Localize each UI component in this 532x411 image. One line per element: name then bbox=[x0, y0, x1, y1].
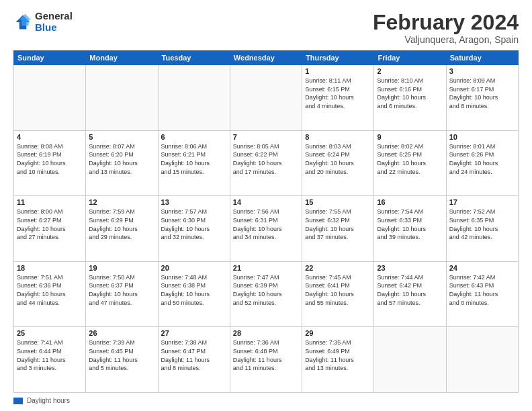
calendar-cell: 27Sunrise: 7:38 AM Sunset: 6:47 PM Dayli… bbox=[158, 327, 230, 393]
logo-general-text: General bbox=[35, 11, 73, 22]
day-info: Sunrise: 7:54 AM Sunset: 6:33 PM Dayligh… bbox=[377, 208, 443, 241]
calendar-header-saturday: Saturday bbox=[446, 51, 518, 65]
calendar-cell bbox=[158, 65, 230, 131]
calendar-week-0: 1Sunrise: 8:11 AM Sunset: 6:15 PM Daylig… bbox=[14, 65, 519, 131]
calendar-cell: 1Sunrise: 8:11 AM Sunset: 6:15 PM Daylig… bbox=[302, 65, 374, 131]
day-info: Sunrise: 7:38 AM Sunset: 6:47 PM Dayligh… bbox=[161, 338, 227, 372]
calendar-cell: 6Sunrise: 8:06 AM Sunset: 6:21 PM Daylig… bbox=[158, 130, 230, 196]
day-info: Sunrise: 8:09 AM Sunset: 6:17 PM Dayligh… bbox=[449, 77, 515, 110]
day-info: Sunrise: 7:47 AM Sunset: 6:39 PM Dayligh… bbox=[233, 273, 299, 307]
day-info: Sunrise: 7:50 AM Sunset: 6:37 PM Dayligh… bbox=[89, 273, 154, 307]
day-info: Sunrise: 8:08 AM Sunset: 6:19 PM Dayligh… bbox=[17, 142, 83, 176]
day-number: 8 bbox=[305, 133, 371, 141]
calendar-week-1: 4Sunrise: 8:08 AM Sunset: 6:19 PM Daylig… bbox=[14, 130, 519, 196]
logo-text: General Blue bbox=[35, 11, 73, 33]
day-number: 10 bbox=[449, 133, 515, 141]
day-number: 29 bbox=[305, 329, 371, 337]
day-number: 5 bbox=[89, 133, 154, 141]
day-number: 20 bbox=[161, 264, 227, 272]
day-number: 14 bbox=[233, 198, 299, 206]
day-info: Sunrise: 7:42 AM Sunset: 6:43 PM Dayligh… bbox=[449, 273, 515, 307]
calendar-cell: 4Sunrise: 8:08 AM Sunset: 6:19 PM Daylig… bbox=[14, 130, 86, 196]
calendar-week-2: 11Sunrise: 8:00 AM Sunset: 6:27 PM Dayli… bbox=[14, 196, 519, 262]
day-number: 26 bbox=[89, 329, 154, 337]
day-number: 2 bbox=[377, 67, 443, 75]
calendar-cell: 3Sunrise: 8:09 AM Sunset: 6:17 PM Daylig… bbox=[446, 65, 518, 131]
day-info: Sunrise: 7:59 AM Sunset: 6:29 PM Dayligh… bbox=[89, 208, 154, 241]
day-number: 28 bbox=[233, 329, 299, 337]
calendar-cell: 14Sunrise: 7:56 AM Sunset: 6:31 PM Dayli… bbox=[230, 196, 302, 262]
day-info: Sunrise: 7:48 AM Sunset: 6:38 PM Dayligh… bbox=[161, 273, 227, 307]
day-number: 27 bbox=[161, 329, 227, 337]
day-info: Sunrise: 8:00 AM Sunset: 6:27 PM Dayligh… bbox=[17, 208, 83, 241]
day-number: 15 bbox=[305, 198, 371, 206]
day-number: 25 bbox=[17, 329, 83, 337]
calendar-header-row: SundayMondayTuesdayWednesdayThursdayFrid… bbox=[14, 51, 519, 65]
calendar-cell: 5Sunrise: 8:07 AM Sunset: 6:20 PM Daylig… bbox=[86, 130, 158, 196]
calendar-cell: 15Sunrise: 7:55 AM Sunset: 6:32 PM Dayli… bbox=[302, 196, 374, 262]
day-number: 17 bbox=[449, 198, 515, 206]
calendar-week-3: 18Sunrise: 7:51 AM Sunset: 6:36 PM Dayli… bbox=[14, 261, 519, 327]
calendar-cell: 9Sunrise: 8:02 AM Sunset: 6:25 PM Daylig… bbox=[374, 130, 446, 196]
calendar-header-monday: Monday bbox=[86, 51, 158, 65]
calendar-cell: 23Sunrise: 7:44 AM Sunset: 6:42 PM Dayli… bbox=[374, 261, 446, 327]
day-number: 11 bbox=[17, 198, 83, 206]
calendar-cell: 26Sunrise: 7:39 AM Sunset: 6:45 PM Dayli… bbox=[86, 327, 158, 393]
day-number: 22 bbox=[305, 264, 371, 272]
calendar-cell: 18Sunrise: 7:51 AM Sunset: 6:36 PM Dayli… bbox=[14, 261, 86, 327]
calendar-cell bbox=[86, 65, 158, 131]
calendar-header-thursday: Thursday bbox=[302, 51, 374, 65]
day-number: 19 bbox=[89, 264, 154, 272]
day-number: 16 bbox=[377, 198, 443, 206]
day-info: Sunrise: 7:44 AM Sunset: 6:42 PM Dayligh… bbox=[377, 273, 443, 307]
page: General Blue February 2024 Valjunquera, … bbox=[0, 0, 532, 411]
calendar-cell: 8Sunrise: 8:03 AM Sunset: 6:24 PM Daylig… bbox=[302, 130, 374, 196]
title-block: February 2024 Valjunquera, Aragon, Spain bbox=[373, 11, 519, 45]
day-number: 7 bbox=[233, 133, 299, 141]
calendar-table: SundayMondayTuesdayWednesdayThursdayFrid… bbox=[13, 50, 519, 393]
day-number: 21 bbox=[233, 264, 299, 272]
day-info: Sunrise: 8:07 AM Sunset: 6:20 PM Dayligh… bbox=[89, 142, 154, 176]
day-info: Sunrise: 8:05 AM Sunset: 6:22 PM Dayligh… bbox=[233, 142, 299, 176]
day-info: Sunrise: 7:51 AM Sunset: 6:36 PM Dayligh… bbox=[17, 273, 83, 307]
day-info: Sunrise: 8:01 AM Sunset: 6:26 PM Dayligh… bbox=[449, 142, 515, 176]
calendar-cell: 19Sunrise: 7:50 AM Sunset: 6:37 PM Dayli… bbox=[86, 261, 158, 327]
header: General Blue February 2024 Valjunquera, … bbox=[13, 11, 519, 45]
day-number: 3 bbox=[449, 67, 515, 75]
day-number: 9 bbox=[377, 133, 443, 141]
calendar-cell bbox=[14, 65, 86, 131]
day-info: Sunrise: 7:39 AM Sunset: 6:45 PM Dayligh… bbox=[89, 338, 154, 372]
day-info: Sunrise: 8:06 AM Sunset: 6:21 PM Dayligh… bbox=[161, 142, 227, 176]
calendar-cell: 29Sunrise: 7:35 AM Sunset: 6:49 PM Dayli… bbox=[302, 327, 374, 393]
calendar-header-sunday: Sunday bbox=[14, 51, 86, 65]
calendar-cell: 2Sunrise: 8:10 AM Sunset: 6:16 PM Daylig… bbox=[374, 65, 446, 131]
day-info: Sunrise: 7:55 AM Sunset: 6:32 PM Dayligh… bbox=[305, 208, 371, 241]
calendar-cell: 10Sunrise: 8:01 AM Sunset: 6:26 PM Dayli… bbox=[446, 130, 518, 196]
day-info: Sunrise: 7:52 AM Sunset: 6:35 PM Dayligh… bbox=[449, 208, 515, 241]
calendar-cell: 24Sunrise: 7:42 AM Sunset: 6:43 PM Dayli… bbox=[446, 261, 518, 327]
day-info: Sunrise: 8:11 AM Sunset: 6:15 PM Dayligh… bbox=[305, 77, 371, 110]
calendar-cell: 21Sunrise: 7:47 AM Sunset: 6:39 PM Dayli… bbox=[230, 261, 302, 327]
logo: General Blue bbox=[13, 11, 73, 33]
calendar-cell: 11Sunrise: 8:00 AM Sunset: 6:27 PM Dayli… bbox=[14, 196, 86, 262]
day-number: 18 bbox=[17, 264, 83, 272]
day-number: 1 bbox=[305, 67, 371, 75]
calendar-header-wednesday: Wednesday bbox=[230, 51, 302, 65]
calendar-cell: 7Sunrise: 8:05 AM Sunset: 6:22 PM Daylig… bbox=[230, 130, 302, 196]
calendar-cell bbox=[374, 327, 446, 393]
day-number: 13 bbox=[161, 198, 227, 206]
day-info: Sunrise: 8:03 AM Sunset: 6:24 PM Dayligh… bbox=[305, 142, 371, 176]
calendar-cell: 17Sunrise: 7:52 AM Sunset: 6:35 PM Dayli… bbox=[446, 196, 518, 262]
calendar-cell: 20Sunrise: 7:48 AM Sunset: 6:38 PM Dayli… bbox=[158, 261, 230, 327]
calendar-header-friday: Friday bbox=[374, 51, 446, 65]
legend: Daylight hours bbox=[13, 397, 519, 404]
month-title: February 2024 bbox=[373, 11, 519, 34]
day-info: Sunrise: 8:10 AM Sunset: 6:16 PM Dayligh… bbox=[377, 77, 443, 110]
location: Valjunquera, Aragon, Spain bbox=[373, 34, 519, 45]
day-number: 24 bbox=[449, 264, 515, 272]
logo-icon bbox=[13, 13, 32, 32]
day-number: 12 bbox=[89, 198, 154, 206]
legend-color-box bbox=[13, 398, 23, 404]
calendar-cell: 16Sunrise: 7:54 AM Sunset: 6:33 PM Dayli… bbox=[374, 196, 446, 262]
calendar-week-4: 25Sunrise: 7:41 AM Sunset: 6:44 PM Dayli… bbox=[14, 327, 519, 393]
